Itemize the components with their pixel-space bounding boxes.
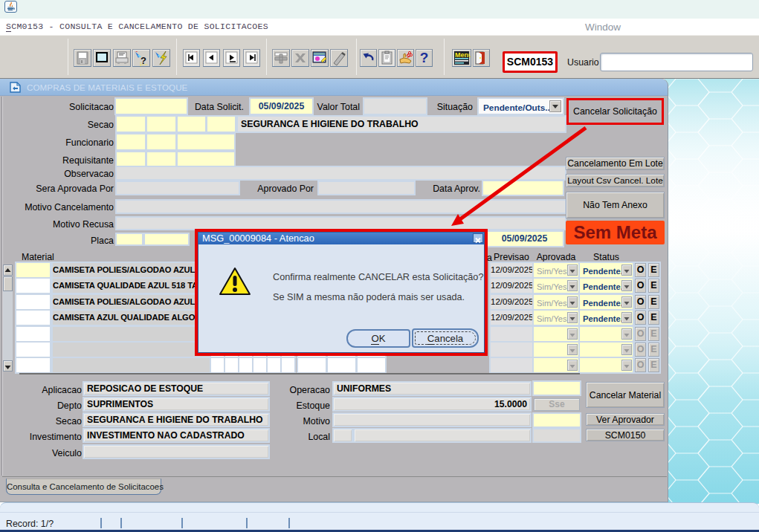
svg-text:?: ? bbox=[141, 55, 146, 66]
svg-text:Menu: Menu bbox=[455, 51, 471, 59]
